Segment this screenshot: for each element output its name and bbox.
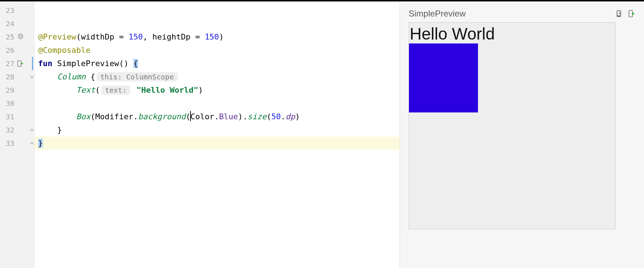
svg-rect-1 (18, 61, 21, 66)
gutter-row[interactable]: 27 (0, 57, 34, 70)
line-number: 27 (0, 59, 16, 68)
line-number: 33 (0, 139, 16, 148)
svg-marker-7 (632, 12, 635, 15)
line-number: 26 (0, 46, 16, 55)
svg-marker-2 (21, 63, 23, 65)
gutter-row[interactable]: 32 (0, 123, 34, 137)
fold-icon[interactable] (29, 141, 34, 146)
code-line-current[interactable]: } (34, 137, 400, 150)
brace-match: } (38, 139, 43, 148)
code-line[interactable] (34, 4, 400, 17)
line-number: 24 (0, 19, 16, 28)
code-line[interactable]: Column { this: ColumnScope (34, 70, 400, 83)
code-editor[interactable]: @Preview(widthDp = 150, heightDp = 150) … (34, 1, 400, 268)
gutter-row[interactable]: 24 (0, 17, 34, 30)
code-line[interactable]: @Composable (34, 43, 400, 57)
ide-window: 23 24 25 26 27 (0, 1, 644, 268)
gutter-row[interactable]: 26 (0, 43, 34, 57)
line-number: 29 (0, 86, 16, 94)
line-number: 31 (0, 112, 16, 121)
preview-actions (615, 10, 635, 18)
editor-gutter: 23 24 25 26 27 (0, 1, 34, 268)
code-line[interactable]: @Preview(widthDp = 150, heightDp = 150) (34, 30, 400, 43)
deploy-preview-icon[interactable] (627, 10, 635, 18)
compose-preview-panel: SimplePreview Hello World (400, 1, 644, 268)
gutter-row[interactable]: 23 (0, 4, 34, 17)
interactive-preview-icon[interactable] (615, 10, 623, 18)
run-icon[interactable] (17, 60, 24, 67)
code-line[interactable] (34, 97, 400, 110)
inlay-hint: this: ColumnScope (97, 72, 178, 82)
preview-text-hello: Hello World (409, 23, 615, 43)
gutter-row[interactable]: 33 (0, 137, 34, 150)
code-line[interactable]: fun SimplePreview() { (34, 57, 400, 70)
line-number: 30 (0, 99, 16, 108)
code-line[interactable]: Box(Modifier.background(Color.Blue).size… (34, 110, 400, 123)
gutter-row[interactable]: 25 (0, 30, 34, 43)
brace-match: { (133, 59, 138, 68)
preview-canvas[interactable]: Hello World (409, 22, 616, 229)
fold-icon[interactable] (29, 128, 34, 133)
svg-point-0 (20, 35, 22, 37)
code-line[interactable]: } (34, 123, 400, 137)
inlay-hint: text: (101, 86, 130, 95)
code-line[interactable] (34, 17, 400, 30)
preview-header: SimplePreview (409, 9, 635, 19)
code-line[interactable]: Text(text: "Hello World") (34, 83, 400, 97)
line-number: 25 (0, 33, 16, 41)
line-number: 32 (0, 126, 16, 134)
svg-rect-6 (629, 10, 632, 17)
gutter-row[interactable]: 29 (0, 83, 34, 97)
gutter-row[interactable]: 30 (0, 97, 34, 110)
line-number: 28 (0, 73, 16, 81)
gutter-row[interactable]: 28 (0, 70, 34, 83)
gutter-row[interactable]: 31 (0, 110, 34, 123)
preview-title: SimplePreview (409, 9, 615, 19)
gear-icon[interactable] (17, 33, 24, 41)
fold-icon[interactable] (29, 74, 34, 79)
line-number: 23 (0, 6, 16, 15)
preview-blue-box (409, 43, 478, 112)
change-marker (32, 57, 33, 70)
